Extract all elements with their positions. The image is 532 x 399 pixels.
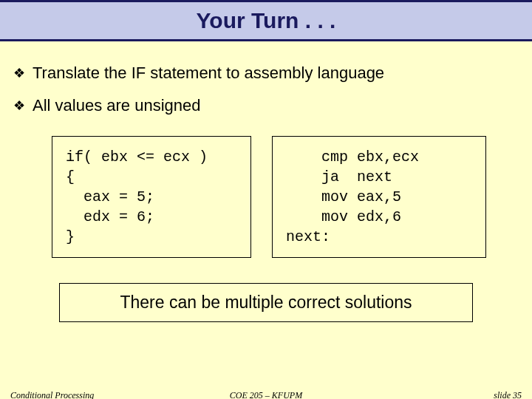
footer-right: slide 35 <box>494 390 522 399</box>
code-box-row: if( ebx <= ecx ) { eax = 5; edx = 6; } c… <box>13 136 519 258</box>
note-box: There can be multiple correct solutions <box>59 283 473 322</box>
diamond-bullet-icon: ❖ <box>13 98 25 114</box>
footer-left: Conditional Processing <box>10 390 94 399</box>
slide-title: Your Turn . . . <box>197 8 336 33</box>
diamond-bullet-icon: ❖ <box>13 65 25 81</box>
code-box-c: if( ebx <= ecx ) { eax = 5; edx = 6; } <box>52 136 251 258</box>
content-area: ❖ Translate the IF statement to assembly… <box>0 41 532 322</box>
bullet-item: ❖ Translate the IF statement to assembly… <box>13 64 519 83</box>
footer-center: COE 205 – KFUPM <box>230 390 302 399</box>
code-box-asm: cmp ebx,ecx ja next mov eax,5 mov edx,6 … <box>272 136 486 258</box>
bullet-item: ❖ All values are unsigned <box>13 96 519 115</box>
bullet-text: All values are unsigned <box>33 96 200 115</box>
title-bar: Your Turn . . . <box>0 0 532 41</box>
bullet-text: Translate the IF statement to assembly l… <box>33 64 384 83</box>
